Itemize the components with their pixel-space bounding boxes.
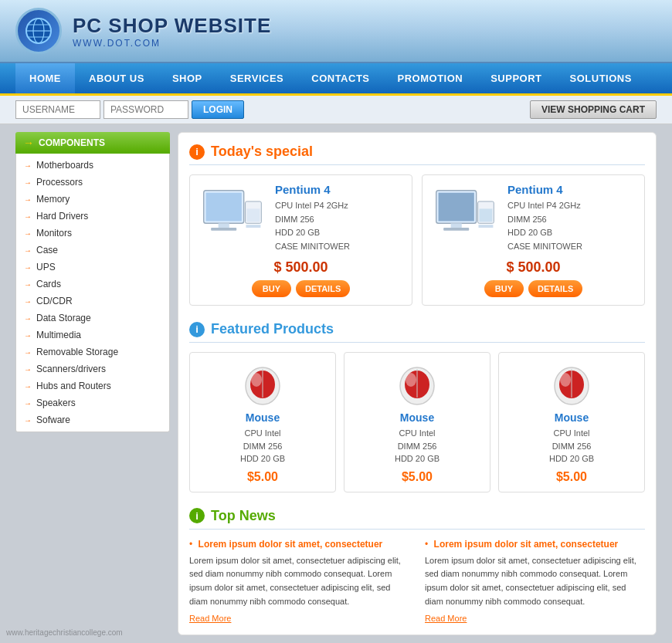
featured-img-2: [390, 360, 444, 407]
sidebar-header: → COMPONENTS: [15, 132, 170, 154]
site-title: PC SHOP WEBSITE: [73, 14, 271, 38]
svg-point-29: [560, 373, 571, 387]
news-item-2: • Lorem ipsum dolor sit amet, consectetu…: [425, 539, 645, 624]
featured-card-3: Mouse CPU IntelDIMM 256HDD 20 GB $5.00: [498, 352, 645, 492]
sidebar-item-motherboards[interactable]: Motherboards: [16, 157, 169, 174]
svg-rect-7: [218, 223, 229, 228]
special-name-2: Pentium 4: [507, 183, 636, 196]
sidebar-item-case[interactable]: Case: [16, 242, 169, 259]
password-input[interactable]: [104, 100, 188, 119]
news-grid: • Lorem ipsum dolor sit amet, consectetu…: [189, 539, 645, 624]
info-icon-featured: i: [189, 322, 205, 337]
nav-promotion[interactable]: PROMOTION: [384, 63, 477, 93]
special-card-2: Pentium 4 CPU Intel P4 2GHzDIMM 256HDD 2…: [422, 174, 645, 306]
sidebar-item-processors[interactable]: Processors: [16, 174, 169, 191]
sidebar-item-cards[interactable]: Cards: [16, 276, 169, 293]
top-news-title: Top News: [211, 508, 276, 524]
nav-support[interactable]: SUPPORT: [477, 63, 555, 93]
featured-price-3: $5.00: [507, 470, 636, 484]
svg-point-25: [406, 373, 416, 387]
details-button-1[interactable]: DETAILS: [296, 280, 350, 297]
site-header: PC SHOP WEBSITE WWW.DOT.COM: [0, 0, 672, 63]
featured-card-1: Mouse CPU IntelDIMM 256HDD 20 GB $5.00: [189, 352, 336, 492]
main-nav: HOME ABOUT US SHOP SERVICES CONTACTS PRO…: [0, 63, 672, 96]
site-url: WWW.DOT.COM: [73, 38, 271, 49]
buy-button-2[interactable]: BUY: [484, 280, 524, 297]
news-headline-1: • Lorem ipsum dolor sit amet, consectetu…: [189, 539, 409, 550]
special-card-1: Pentium 4 CPU Intel P4 2GHzDIMM 256HDD 2…: [189, 174, 412, 306]
svg-point-21: [251, 373, 262, 387]
read-more-2[interactable]: Read More: [425, 614, 467, 623]
featured-img-3: [545, 360, 599, 407]
nav-solutions[interactable]: SOLUTIONS: [556, 63, 646, 93]
sidebar-item-sofware[interactable]: Sofware: [16, 411, 169, 428]
username-input[interactable]: [15, 100, 100, 119]
special-product-image-2: [430, 183, 500, 245]
nav-contacts[interactable]: CONTACTS: [297, 63, 383, 93]
special-name-1: Pentium 4: [275, 183, 404, 196]
sidebar-item-memory[interactable]: Memory: [16, 191, 169, 208]
special-price-2: $ 500.00: [430, 259, 636, 276]
featured-img-1: [236, 360, 290, 407]
nav-services[interactable]: SERVICES: [216, 63, 298, 93]
sidebar-item-data-storage[interactable]: Data Storage: [16, 310, 169, 327]
globe-icon: [25, 17, 53, 45]
login-button[interactable]: LOGIN: [192, 100, 244, 119]
computer-svg-2: [433, 185, 498, 243]
sidebar-item-hard-drivers[interactable]: Hard Drivers: [16, 208, 169, 225]
nav-home[interactable]: HOME: [15, 63, 75, 93]
info-icon-special: i: [189, 144, 205, 160]
sidebar-item-ups[interactable]: UPS: [16, 259, 169, 276]
view-cart-button[interactable]: VIEW SHOPPING CART: [530, 100, 657, 119]
main-content: i Today's special: [178, 132, 657, 635]
featured-grid: Mouse CPU IntelDIMM 256HDD 20 GB $5.00 M…: [189, 352, 645, 492]
login-form: LOGIN: [15, 100, 244, 119]
featured-price-1: $5.00: [198, 470, 328, 484]
sidebar-item-scanners[interactable]: Scanners/drivers: [16, 360, 169, 377]
info-icon-news: i: [189, 508, 205, 523]
svg-rect-18: [478, 225, 493, 228]
logo: [15, 8, 62, 54]
computer-svg-1: [200, 185, 266, 243]
news-item-1: • Lorem ipsum dolor sit amet, consectetu…: [189, 539, 409, 624]
details-button-2[interactable]: DETAILS: [528, 280, 582, 297]
buy-button-1[interactable]: BUY: [252, 280, 291, 297]
sidebar-item-multimedia[interactable]: Multimedia: [16, 327, 169, 343]
nav-about[interactable]: ABOUT US: [75, 63, 158, 93]
svg-rect-8: [211, 227, 236, 230]
todays-special-title: Today's special: [211, 144, 313, 160]
mouse-svg-2: [394, 363, 440, 405]
featured-specs-2: CPU IntelDIMM 256HDD 20 GB: [352, 427, 482, 465]
news-headline-2: • Lorem ipsum dolor sit amet, consectetu…: [425, 539, 645, 550]
featured-name-3: Mouse: [507, 411, 636, 424]
nav-shop[interactable]: SHOP: [158, 63, 216, 93]
featured-title: Featured Products: [211, 321, 334, 337]
news-body-2: Lorem ipsum dolor sit amet, consectetuer…: [425, 554, 645, 608]
login-bar: LOGIN VIEW SHOPPING CART: [0, 96, 672, 124]
sidebar: → COMPONENTS Motherboards Processors Mem…: [15, 132, 170, 635]
sidebar-item-cdcdr[interactable]: CD/CDR: [16, 293, 169, 310]
mouse-svg-1: [239, 363, 286, 405]
sidebar-title: COMPONENTS: [39, 137, 105, 148]
svg-rect-11: [246, 225, 260, 228]
featured-name-1: Mouse: [198, 411, 328, 424]
sidebar-item-monitors[interactable]: Monitors: [16, 225, 169, 242]
sidebar-item-removable-storage[interactable]: Removable Storage: [16, 343, 169, 360]
svg-rect-13: [438, 192, 473, 221]
sidebar-item-speakers[interactable]: Speakers: [16, 394, 169, 411]
featured-price-2: $5.00: [352, 470, 482, 484]
sidebar-item-hubs-routers[interactable]: Hubs and Routers: [16, 377, 169, 394]
main-layout: → COMPONENTS Motherboards Processors Mem…: [0, 124, 672, 643]
todays-special-header: i Today's special: [189, 144, 645, 165]
special-info-2: Pentium 4 CPU Intel P4 2GHzDIMM 256HDD 2…: [507, 183, 636, 253]
site-branding: PC SHOP WEBSITE WWW.DOT.COM: [73, 14, 271, 49]
special-product-image-1: [198, 183, 267, 245]
special-specs-2: CPU Intel P4 2GHzDIMM 256HDD 20 GBCASE M…: [507, 199, 636, 253]
featured-name-2: Mouse: [352, 411, 482, 424]
read-more-1[interactable]: Read More: [189, 614, 231, 623]
special-info-1: Pentium 4 CPU Intel P4 2GHzDIMM 256HDD 2…: [275, 183, 404, 253]
sidebar-list: Motherboards Processors Memory Hard Driv…: [15, 154, 170, 432]
featured-specs-1: CPU IntelDIMM 256HDD 20 GB: [198, 427, 328, 465]
svg-rect-17: [479, 208, 492, 222]
featured-card-2: Mouse CPU IntelDIMM 256HDD 20 GB $5.00: [344, 352, 490, 492]
